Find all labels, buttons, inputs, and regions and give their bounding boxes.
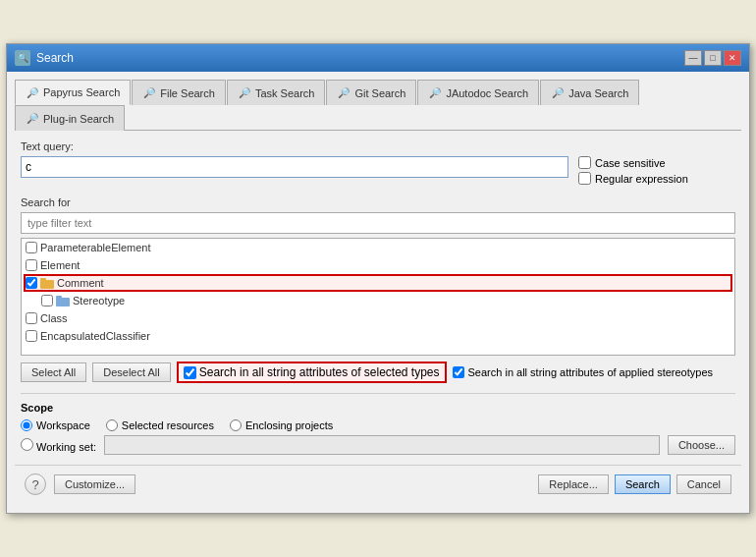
parameterableelement-checkbox[interactable] <box>26 242 37 253</box>
svg-rect-1 <box>40 278 46 281</box>
text-query-row: Case sensitive Regular expression <box>21 156 735 185</box>
search-button[interactable]: Search <box>615 474 671 494</box>
comment-folder-icon <box>40 276 54 290</box>
git-search-tab-icon: 🔎 <box>337 86 351 100</box>
close-button[interactable]: ✕ <box>724 50 741 66</box>
enclosing-projects-label[interactable]: Enclosing projects <box>230 419 333 431</box>
svg-rect-2 <box>56 298 70 306</box>
element-label: Element <box>40 259 80 271</box>
tab-java-search[interactable]: 🔎 Java Search <box>540 80 639 105</box>
class-checkbox[interactable] <box>26 312 37 324</box>
java-search-tab-icon: 🔎 <box>551 86 565 100</box>
stereotype-checkbox[interactable] <box>41 295 53 306</box>
regular-expression-label: Regular expression <box>595 173 688 185</box>
case-sensitive-label: Case sensitive <box>595 157 666 169</box>
customize-button[interactable]: Customize... <box>54 474 135 494</box>
comment-checkbox[interactable] <box>26 277 37 289</box>
selected-resources-text: Selected resources <box>122 419 214 431</box>
jautodoc-search-tab-label: JAutodoc Search <box>446 87 528 99</box>
tab-plugin-search[interactable]: 🔎 Plug-in Search <box>15 105 125 131</box>
string-attrs-checkbox[interactable] <box>184 366 196 379</box>
deselect-all-button[interactable]: Deselect All <box>92 362 170 382</box>
replace-button[interactable]: Replace... <box>538 474 609 494</box>
element-checkbox[interactable] <box>26 259 37 271</box>
dialog-body: 🔎 Papyrus Search 🔎 File Search 🔎 Task Se… <box>7 72 749 513</box>
tree-item-comment: Comment <box>22 274 734 292</box>
cancel-button[interactable]: Cancel <box>676 474 731 494</box>
plugin-search-tab-label: Plug-in Search <box>43 113 114 125</box>
tab-jautodoc-search[interactable]: 🔎 JAutodoc Search <box>417 80 539 105</box>
title-bar-left: 🔍 Search <box>15 50 74 66</box>
papyrus-search-tab-label: Papyrus Search <box>43 86 120 98</box>
case-sensitive-row: Case sensitive <box>578 156 735 169</box>
select-all-button[interactable]: Select All <box>21 362 86 382</box>
git-search-tab-label: Git Search <box>354 87 405 99</box>
title-bar: 🔍 Search — □ ✕ <box>7 44 749 72</box>
tree-item-class: Class <box>22 309 734 327</box>
tab-file-search[interactable]: 🔎 File Search <box>132 80 226 105</box>
comment-label: Comment <box>57 277 104 289</box>
tree-buttons-row: Select All Deselect All Search in all st… <box>21 362 735 383</box>
applied-stereos-checkbox[interactable] <box>453 366 464 378</box>
java-search-tab-label: Java Search <box>568 87 628 99</box>
working-set-radio-label[interactable]: Working set: <box>21 438 96 453</box>
task-search-tab-icon: 🔎 <box>238 86 251 100</box>
jautodoc-search-tab-icon: 🔎 <box>428 86 442 100</box>
comment-highlight-box: Comment <box>24 274 732 292</box>
search-dialog-icon: 🔍 <box>15 50 30 66</box>
working-set-row: Working set: Choose... <box>21 435 735 455</box>
encapsulatedclassifier-label: EncapsulatedClassifier <box>40 330 150 342</box>
papyrus-search-tab-icon: 🔎 <box>26 85 39 99</box>
working-set-input[interactable] <box>104 435 660 455</box>
tab-task-search[interactable]: 🔎 Task Search <box>227 80 326 105</box>
working-set-radio[interactable] <box>21 438 33 451</box>
working-set-label-text: Working set: <box>36 441 96 453</box>
file-search-tab-icon: 🔎 <box>142 86 156 100</box>
type-tree: ParameterableElement Element <box>21 238 735 356</box>
string-attrs-highlight-box: Search in all string attributes of selec… <box>177 362 447 383</box>
workspace-text: Workspace <box>36 419 90 431</box>
tree-item-stereotype: Stereotype <box>22 292 734 309</box>
tree-item-element: Element <box>22 256 734 274</box>
enclosing-projects-radio[interactable] <box>230 419 242 431</box>
dialog-title: Search <box>36 51 74 65</box>
svg-rect-3 <box>56 296 62 299</box>
applied-stereos-label: Search in all string attributes of appli… <box>468 366 713 378</box>
bottom-left-buttons: ? Customize... <box>25 473 135 495</box>
text-query-label: Text query: <box>21 140 735 152</box>
parameterableelement-label: ParameterableElement <box>40 242 151 253</box>
scope-options-row: Workspace Selected resources Enclosing p… <box>21 419 735 431</box>
scope-section: Scope Workspace Selected resources Enclo… <box>21 393 735 455</box>
options-checkboxes: Case sensitive Regular expression <box>578 156 735 185</box>
file-search-tab-label: File Search <box>160 87 215 99</box>
search-dialog: 🔍 Search — □ ✕ 🔎 Papyrus Search 🔎 File S… <box>6 43 750 514</box>
help-button[interactable]: ? <box>25 473 46 495</box>
choose-button[interactable]: Choose... <box>668 435 735 455</box>
string-attrs-label: Search in all string attributes of selec… <box>199 365 440 379</box>
bottom-bar: ? Customize... Replace... Search Cancel <box>15 465 741 505</box>
task-search-tab-label: Task Search <box>255 87 315 99</box>
tree-item-parameterableelement: ParameterableElement <box>22 239 734 256</box>
tab-git-search[interactable]: 🔎 Git Search <box>326 80 416 105</box>
bottom-right-buttons: Replace... Search Cancel <box>538 474 731 494</box>
workspace-label[interactable]: Workspace <box>21 419 90 431</box>
tab-content: Text query: Case sensitive Regular expre… <box>15 140 741 455</box>
tree-item-encapsulatedclassifier: EncapsulatedClassifier <box>22 327 734 345</box>
regular-expression-checkbox[interactable] <box>578 172 591 185</box>
selected-resources-label[interactable]: Selected resources <box>106 419 214 431</box>
selected-resources-radio[interactable] <box>106 419 118 431</box>
search-for-section: Search for ParameterableElement Element <box>21 196 735 383</box>
case-sensitive-checkbox[interactable] <box>578 156 591 169</box>
tab-papyrus-search[interactable]: 🔎 Papyrus Search <box>15 80 131 105</box>
workspace-radio[interactable] <box>21 419 32 431</box>
maximize-button[interactable]: □ <box>704 50 722 66</box>
stereotype-label: Stereotype <box>73 295 125 306</box>
text-query-input[interactable] <box>21 156 568 178</box>
tab-bar: 🔎 Papyrus Search 🔎 File Search 🔎 Task Se… <box>15 80 741 131</box>
class-label: Class <box>40 312 68 324</box>
minimize-button[interactable]: — <box>684 50 702 66</box>
search-for-label: Search for <box>21 196 735 208</box>
type-filter-input[interactable] <box>21 212 735 234</box>
encapsulatedclassifier-checkbox[interactable] <box>26 330 37 342</box>
plugin-search-tab-icon: 🔎 <box>26 112 39 126</box>
